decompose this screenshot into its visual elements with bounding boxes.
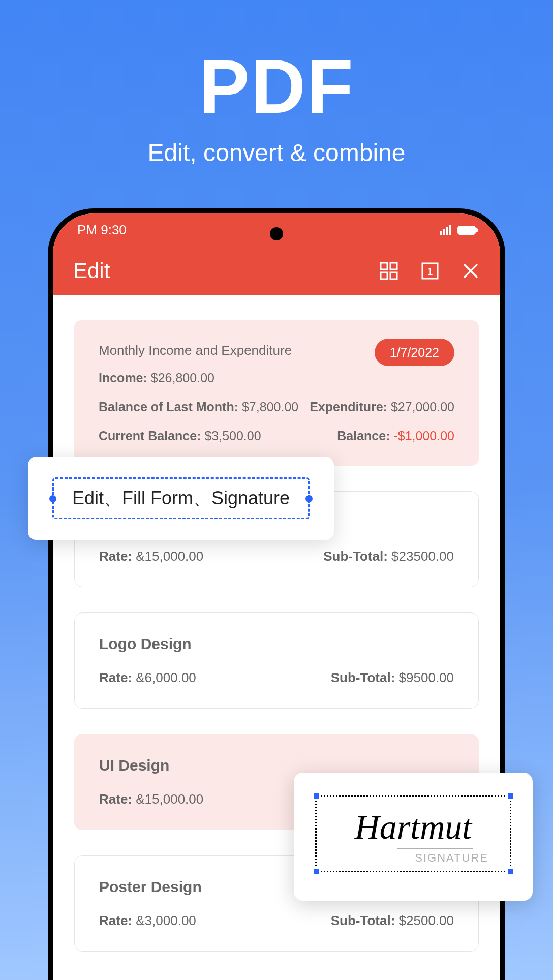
item-title: Logo Design [99, 635, 454, 653]
signature-label: SIGNATURE [323, 848, 488, 865]
item-rate: Rate: &15,000.00 [99, 548, 276, 564]
svg-rect-2 [381, 272, 387, 279]
expenditure-item: Expenditure: $27,000.00 [310, 400, 454, 414]
resize-handle-br[interactable] [507, 868, 514, 875]
close-icon[interactable] [462, 262, 480, 280]
app-header: Edit 1 [53, 247, 500, 295]
resize-handle-tr[interactable] [507, 792, 514, 800]
signal-icon [440, 225, 451, 235]
item-rate: Rate: &15,000.00 [99, 791, 276, 807]
header-title: Edit [73, 259, 110, 283]
item-subtotal: Sub-Total: $23500.00 [276, 548, 454, 564]
balance-item: Balance: -$1,000.00 [337, 428, 454, 443]
balance-last-item: Balance of Last Month: $7,800.00 [99, 400, 298, 414]
resize-handle-tl[interactable] [313, 792, 320, 800]
svg-rect-0 [381, 263, 387, 269]
signature-selection[interactable]: Hartmut SIGNATURE [315, 795, 511, 872]
status-icons [440, 225, 476, 235]
hero-title: PDF [0, 48, 553, 125]
date-badge[interactable]: 1/7/2022 [375, 339, 454, 366]
status-time: PM 9:30 [77, 222, 127, 238]
camera-notch [270, 227, 283, 240]
edit-tooltip[interactable]: Edit、Fill Form、Signature [28, 457, 334, 540]
income-item: Income: $26,800.00 [99, 371, 214, 385]
item-rate: Rate: &6,000.00 [99, 670, 276, 686]
page-number-icon[interactable]: 1 [420, 261, 440, 281]
item-title: UI Design [99, 757, 454, 774]
current-balance-item: Current Balance: $3,500.00 [99, 428, 261, 443]
signature-popup[interactable]: Hartmut SIGNATURE [294, 773, 533, 901]
selection-handle-right[interactable] [305, 495, 313, 502]
selection-handle-left[interactable] [49, 495, 56, 502]
battery-icon [457, 226, 476, 235]
line-item-card[interactable]: Logo Design Rate: &6,000.00 Sub-Total: $… [74, 612, 479, 709]
grid-icon[interactable] [379, 261, 398, 281]
svg-rect-1 [390, 263, 397, 269]
svg-text:1: 1 [427, 266, 433, 277]
tooltip-text: Edit、Fill Form、Signature [72, 487, 290, 508]
hero-section: PDF Edit, convert & combine [0, 0, 553, 167]
item-subtotal: Sub-Total: $9500.00 [276, 670, 454, 686]
item-rate: Rate: &3,000.00 [99, 913, 276, 929]
hero-subtitle: Edit, convert & combine [0, 139, 553, 167]
item-subtotal: Sub-Total: $2500.00 [276, 913, 454, 929]
text-selection[interactable]: Edit、Fill Form、Signature [52, 477, 310, 519]
summary-card[interactable]: Monthly Income and Expenditure 1/7/2022 … [74, 320, 479, 466]
signature-name: Hartmut [323, 810, 504, 844]
resize-handle-bl[interactable] [313, 868, 320, 875]
svg-rect-3 [390, 272, 397, 279]
